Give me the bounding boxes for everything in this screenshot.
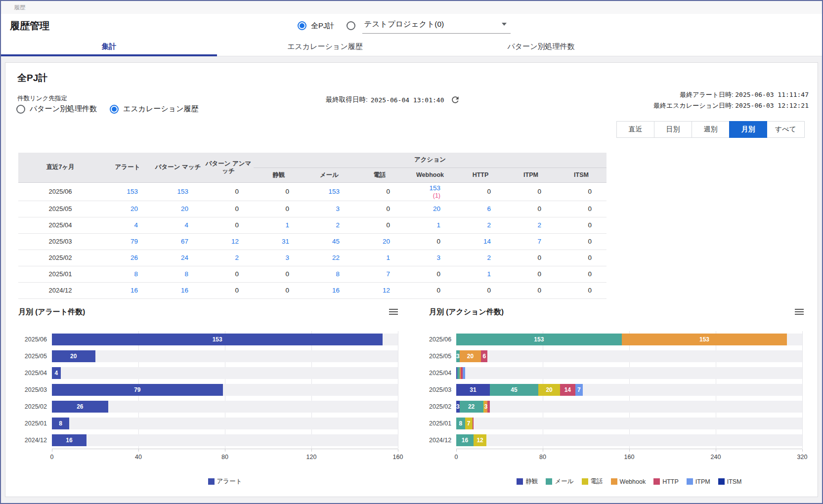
count-link[interactable]: 2 bbox=[487, 254, 491, 261]
legend-item[interactable]: ITPM bbox=[687, 478, 710, 485]
bar-segment[interactable] bbox=[487, 401, 489, 413]
refresh-icon[interactable] bbox=[450, 94, 461, 105]
count-link[interactable]: 1 bbox=[487, 270, 491, 278]
col-header-phone: 電話 bbox=[354, 168, 405, 182]
count-link[interactable]: 1 bbox=[436, 221, 440, 229]
tab-escalation-history[interactable]: エスカレーション履歴 bbox=[217, 37, 433, 56]
bar-segment[interactable]: 153 bbox=[622, 334, 787, 345]
bar-segment[interactable]: 20 bbox=[460, 350, 481, 362]
chart-menu-icon[interactable] bbox=[795, 307, 805, 316]
highlight-count[interactable]: (1) bbox=[405, 192, 440, 199]
bar-segment[interactable]: 26 bbox=[52, 401, 108, 413]
legend-item[interactable]: ITSM bbox=[718, 478, 742, 485]
count-link[interactable]: 153 bbox=[177, 188, 188, 195]
count-link[interactable]: 31 bbox=[282, 238, 289, 245]
bar-segment[interactable]: 22 bbox=[460, 401, 483, 413]
bar-segment[interactable]: 4 bbox=[52, 367, 61, 379]
count-link[interactable]: 3 bbox=[436, 254, 440, 261]
metric-cell: 153(1) bbox=[405, 182, 455, 201]
bar-segment[interactable]: 20 bbox=[538, 384, 560, 396]
bar-segment[interactable]: 79 bbox=[52, 384, 223, 396]
count-link[interactable]: 45 bbox=[332, 238, 340, 245]
count-link[interactable]: 22 bbox=[332, 254, 340, 261]
count-link[interactable]: 4 bbox=[184, 221, 188, 229]
all-pj-radio[interactable] bbox=[298, 21, 306, 30]
legend-label: ITSM bbox=[727, 478, 742, 485]
link-target-pattern-label[interactable]: パターン別処理件数 bbox=[30, 104, 97, 114]
count-link[interactable]: 79 bbox=[130, 238, 138, 245]
legend-item[interactable]: HTTP bbox=[653, 478, 679, 485]
count-link[interactable]: 153 bbox=[328, 188, 340, 195]
count-link[interactable]: 2 bbox=[336, 221, 340, 229]
bar-segment[interactable]: 16 bbox=[456, 434, 474, 446]
count-link[interactable]: 7 bbox=[537, 238, 541, 245]
bar-segment[interactable]: 153 bbox=[52, 334, 383, 345]
count-link[interactable]: 24 bbox=[181, 254, 188, 261]
metric-cell: 0 bbox=[203, 282, 254, 298]
legend-item[interactable]: 電話 bbox=[582, 477, 603, 486]
count-link[interactable]: 8 bbox=[336, 270, 340, 278]
count-link[interactable]: 153 bbox=[127, 188, 138, 195]
bar-segment[interactable] bbox=[473, 418, 474, 429]
bar-segment[interactable]: 8 bbox=[456, 418, 465, 429]
bar-segment[interactable]: 14 bbox=[560, 384, 575, 396]
bar-segment[interactable]: 20 bbox=[52, 350, 95, 362]
count-link[interactable]: 3 bbox=[336, 205, 340, 212]
count-link[interactable]: 20 bbox=[383, 238, 390, 245]
project-radio[interactable] bbox=[347, 21, 355, 30]
count-link[interactable]: 20 bbox=[181, 205, 188, 212]
bar-segment[interactable]: 31 bbox=[456, 384, 490, 396]
project-select[interactable]: テストプロジェクト(0) bbox=[362, 18, 511, 34]
count-link[interactable]: 2 bbox=[235, 254, 239, 261]
period-button-daily[interactable]: 日別 bbox=[654, 121, 692, 138]
breadcrumb[interactable]: 履歴 bbox=[14, 3, 26, 12]
bar-segment[interactable]: 6 bbox=[481, 350, 487, 362]
count-link[interactable]: 26 bbox=[130, 254, 138, 261]
metric-cell: 0 bbox=[455, 182, 506, 201]
count-link[interactable]: 1 bbox=[285, 221, 289, 229]
count-link[interactable]: 16 bbox=[181, 287, 188, 294]
bar-segment[interactable]: 45 bbox=[490, 384, 538, 396]
period-button-monthly[interactable]: 月別 bbox=[729, 121, 767, 138]
bar-segment[interactable]: 8 bbox=[52, 418, 69, 429]
bar-segment[interactable]: 16 bbox=[52, 434, 87, 446]
bar-segment[interactable]: 7 bbox=[575, 384, 583, 396]
chart-menu-icon[interactable] bbox=[389, 307, 399, 316]
count-link[interactable]: 12 bbox=[383, 287, 390, 294]
period-button-weekly[interactable]: 週別 bbox=[692, 121, 730, 138]
count-link[interactable]: 14 bbox=[483, 238, 491, 245]
bar-segment[interactable]: 153 bbox=[456, 334, 622, 345]
legend-item[interactable]: Webhook bbox=[611, 478, 646, 485]
count-link[interactable]: 1 bbox=[386, 254, 390, 261]
tab-summary[interactable]: 集計 bbox=[1, 37, 217, 56]
category-label: 2025/02 bbox=[429, 398, 451, 415]
count-link[interactable]: 2 bbox=[487, 221, 491, 229]
count-link[interactable]: 20 bbox=[433, 205, 440, 212]
count-link[interactable]: 8 bbox=[184, 270, 188, 278]
link-target-pattern-radio[interactable] bbox=[16, 105, 25, 114]
legend-item[interactable]: メール bbox=[546, 477, 573, 486]
bar-segment[interactable]: 7 bbox=[465, 418, 473, 429]
count-link[interactable]: 67 bbox=[181, 238, 188, 245]
count-link[interactable]: 12 bbox=[231, 238, 239, 245]
all-pj-radio-label[interactable]: 全PJ計 bbox=[311, 21, 335, 31]
legend-item[interactable]: 静観 bbox=[517, 477, 538, 486]
count-link[interactable]: 20 bbox=[130, 205, 138, 212]
count-link[interactable]: 153 bbox=[429, 184, 440, 192]
tab-pattern-counts[interactable]: パターン別処理件数 bbox=[433, 37, 649, 56]
legend-item[interactable]: アラート bbox=[208, 477, 242, 486]
count-link[interactable]: 16 bbox=[332, 287, 340, 294]
count-link[interactable]: 8 bbox=[134, 270, 138, 278]
period-button-all[interactable]: すべて bbox=[767, 121, 805, 138]
count-link[interactable]: 6 bbox=[487, 205, 491, 212]
count-link[interactable]: 2 bbox=[537, 221, 541, 229]
count-link[interactable]: 3 bbox=[285, 254, 289, 261]
count-link[interactable]: 4 bbox=[134, 221, 138, 229]
link-target-escalation-radio[interactable] bbox=[110, 105, 119, 114]
period-button-recent[interactable]: 直近 bbox=[616, 121, 654, 138]
count-link[interactable]: 16 bbox=[130, 287, 138, 294]
bar-segment[interactable] bbox=[463, 367, 465, 379]
bar-segment[interactable]: 12 bbox=[474, 434, 486, 446]
count-link[interactable]: 7 bbox=[386, 270, 390, 278]
link-target-escalation-label[interactable]: エスカレーション履歴 bbox=[123, 104, 198, 114]
